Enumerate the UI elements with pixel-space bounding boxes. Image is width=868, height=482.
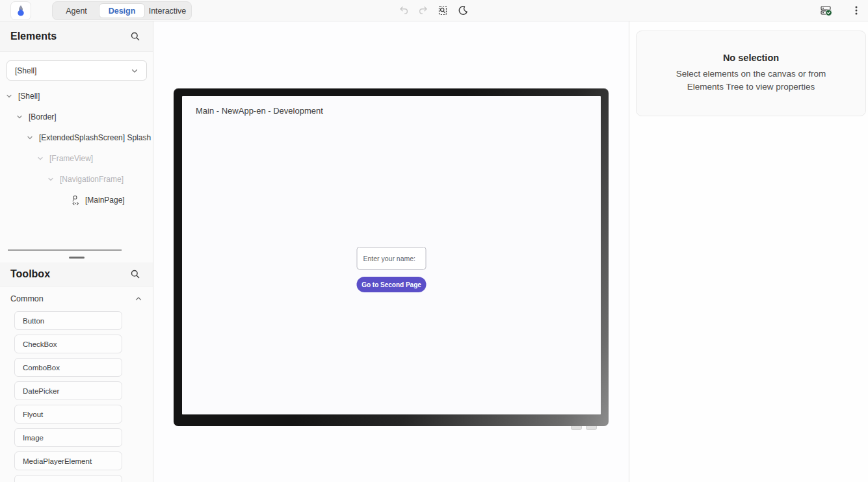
toolbox-item-button[interactable]: Button: [14, 311, 122, 330]
tree-item-label: [NavigationFrame]: [60, 175, 124, 184]
splitter-handle-icon: [69, 257, 85, 259]
tree-item-navigationframe[interactable]: [NavigationFrame]: [0, 169, 153, 190]
tree-item-label: [FrameView]: [49, 154, 93, 163]
no-selection-card: No selection Select elements on the canv…: [636, 31, 866, 116]
tree-item-frameview[interactable]: [FrameView]: [0, 148, 153, 169]
mode-switcher: Agent Design Interactive: [52, 1, 192, 20]
toolbox-item-flyout[interactable]: Flyout: [14, 405, 122, 424]
toolbar-center-actions: [395, 2, 471, 19]
toolbox-item-image[interactable]: Image: [14, 428, 122, 447]
no-selection-message-line1: Select elements on the canvas or from: [637, 68, 865, 81]
panel-splitter[interactable]: [0, 253, 153, 262]
app-screen[interactable]: Main - NewApp-en - Development Go to Sec…: [182, 96, 601, 414]
component-icon: [70, 195, 81, 206]
chevron-down-icon: [131, 67, 138, 75]
tab-interactive[interactable]: Interactive: [145, 3, 190, 18]
undo-icon: [398, 5, 410, 16]
toolbox-search-button[interactable]: [128, 267, 142, 281]
app-window-title: Main - NewApp-en - Development: [196, 106, 323, 116]
theme-toggle-button[interactable]: [454, 2, 471, 19]
toolbox-item-list: Button CheckBox ComboBox DatePicker Flyo…: [14, 311, 122, 482]
select-element-button[interactable]: [434, 2, 451, 19]
vertical-ellipsis-icon: [850, 5, 862, 16]
toolbox-item-partial[interactable]: [14, 475, 122, 482]
no-selection-title: No selection: [637, 53, 865, 63]
toolbox-section-label: Common: [10, 294, 44, 303]
tree-item-label: [Border]: [29, 112, 57, 121]
main-page-content: Go to Second Page: [357, 247, 427, 292]
no-selection-message-line2: Elements Tree to view properties: [637, 81, 865, 94]
toolbox-item-mediaplayerelement[interactable]: MediaPlayerElement: [14, 451, 122, 470]
toolbox-item-checkbox[interactable]: CheckBox: [14, 335, 122, 353]
elements-panel-header: Elements: [0, 21, 153, 52]
chevron-down-icon[interactable]: [16, 114, 23, 120]
redo-button[interactable]: [415, 2, 432, 19]
tree-item-label: [ExtendedSplashScreen] Splash: [39, 133, 151, 142]
toolbox-item-combobox[interactable]: ComboBox: [14, 358, 122, 377]
elements-root-dropdown[interactable]: [Shell]: [7, 60, 147, 81]
go-to-second-page-button[interactable]: Go to Second Page: [357, 277, 427, 292]
tree-item-extendedsplashscreen[interactable]: [ExtendedSplashScreen] Splash: [0, 127, 153, 148]
elements-panel-title: Elements: [10, 31, 57, 42]
elements-root-value: [Shell]: [15, 66, 36, 75]
chevron-down-icon[interactable]: [5, 93, 13, 99]
chevron-down-icon[interactable]: [26, 134, 34, 141]
tab-agent[interactable]: Agent: [54, 3, 99, 18]
search-icon: [130, 31, 140, 42]
connected-device-icon: [820, 5, 833, 17]
chevron-down-icon[interactable]: [36, 155, 44, 162]
undo-button[interactable]: [395, 2, 412, 19]
chevron-down-icon[interactable]: [47, 176, 55, 183]
moon-icon: [456, 5, 468, 16]
app-logo-button[interactable]: [10, 1, 31, 20]
chevron-up-icon: [135, 295, 142, 303]
connection-status-button[interactable]: [818, 2, 835, 19]
redo-icon: [417, 5, 429, 16]
toolbox-section-common[interactable]: Common: [0, 292, 153, 305]
tree-horizontal-scrollbar[interactable]: [8, 249, 122, 251]
left-sidebar: Elements [Shell] [Shell]: [0, 21, 153, 482]
search-icon: [130, 269, 140, 279]
device-frame: Main - NewApp-en - Development Go to Sec…: [174, 88, 609, 426]
tree-item-label: [MainPage]: [85, 196, 125, 205]
flame-logo-icon: [15, 5, 27, 18]
elements-search-button[interactable]: [128, 29, 142, 44]
tree-item-label: [Shell]: [18, 92, 40, 101]
toolbox-panel-header: Toolbox: [0, 262, 153, 286]
toolbar-right-actions: [818, 2, 865, 19]
tree-item-mainpage[interactable]: [MainPage]: [0, 190, 153, 210]
more-menu-button[interactable]: [848, 2, 865, 19]
toolbox-panel-title: Toolbox: [10, 268, 50, 280]
tree-item-shell[interactable]: [Shell]: [0, 86, 153, 107]
design-canvas[interactable]: Main - NewApp-en - Development Go to Sec…: [153, 21, 629, 482]
topbar: Agent Design Interactive: [0, 0, 868, 21]
tree-item-border[interactable]: [Border]: [0, 107, 153, 127]
toolbox-item-datepicker[interactable]: DatePicker: [14, 381, 122, 400]
select-element-icon: [437, 5, 449, 16]
hot-design-window: Agent Design Interactive: [0, 0, 868, 482]
properties-panel: No selection Select elements on the canv…: [629, 21, 868, 482]
elements-tree: [Shell] [Border] [ExtendedSplashScreen] …: [0, 86, 153, 210]
name-input[interactable]: [357, 247, 427, 270]
tab-design[interactable]: Design: [99, 3, 145, 18]
